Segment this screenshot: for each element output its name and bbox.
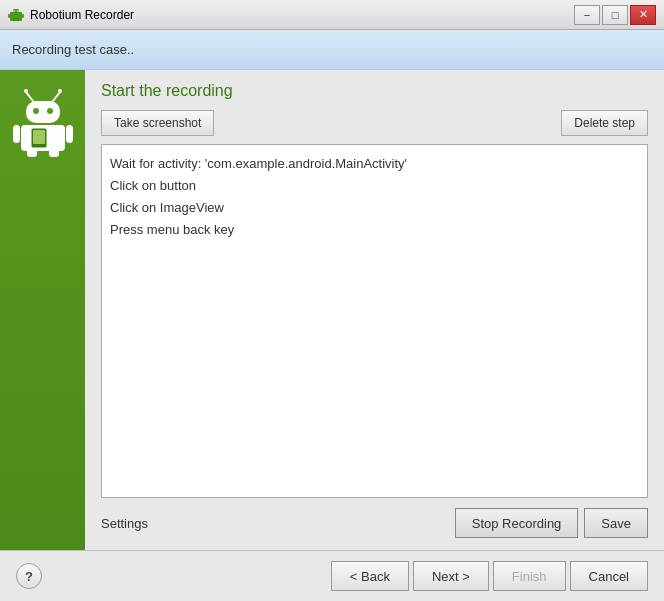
svg-rect-17 xyxy=(66,125,73,143)
svg-point-9 xyxy=(24,89,28,93)
svg-point-3 xyxy=(17,10,19,12)
svg-rect-5 xyxy=(22,14,24,18)
app-icon xyxy=(8,7,24,23)
svg-point-2 xyxy=(13,10,15,12)
recording-line-4: Press menu back key xyxy=(110,219,639,241)
svg-rect-19 xyxy=(49,148,59,157)
stop-recording-button[interactable]: Stop Recording xyxy=(455,508,579,538)
content-area: Start the recording Take screenshot Dele… xyxy=(85,70,664,550)
svg-rect-16 xyxy=(13,125,20,143)
nav-left: ? xyxy=(16,563,42,589)
status-text: Recording test case.. xyxy=(12,42,134,57)
help-button[interactable]: ? xyxy=(16,563,42,589)
nav-bar: ? < Back Next > Finish Cancel xyxy=(0,550,664,601)
svg-rect-7 xyxy=(17,18,19,21)
svg-point-13 xyxy=(33,108,39,114)
recording-line-1: Wait for activity: 'com.example.android.… xyxy=(110,153,639,175)
title-bar: Robotium Recorder − □ ✕ xyxy=(0,0,664,30)
recording-line-2: Click on button xyxy=(110,175,639,197)
window-title: Robotium Recorder xyxy=(30,8,574,22)
minimize-button[interactable]: − xyxy=(574,5,600,25)
svg-rect-4 xyxy=(8,14,10,18)
svg-point-11 xyxy=(58,89,62,93)
svg-rect-21 xyxy=(33,130,45,144)
settings-label[interactable]: Settings xyxy=(101,516,148,531)
nav-buttons: < Back Next > Finish Cancel xyxy=(331,561,648,591)
section-title: Start the recording xyxy=(101,82,648,100)
close-button[interactable]: ✕ xyxy=(630,5,656,25)
svg-rect-6 xyxy=(13,18,15,21)
svg-rect-12 xyxy=(26,101,60,123)
action-buttons: Stop Recording Save xyxy=(455,508,648,538)
take-screenshot-button[interactable]: Take screenshot xyxy=(101,110,214,136)
robot-icon-container xyxy=(8,82,78,162)
recording-line-3: Click on ImageView xyxy=(110,197,639,219)
svg-point-14 xyxy=(47,108,53,114)
maximize-button[interactable]: □ xyxy=(602,5,628,25)
status-bar: Recording test case.. xyxy=(0,30,664,70)
back-button[interactable]: < Back xyxy=(331,561,409,591)
svg-line-10 xyxy=(53,92,60,101)
save-button[interactable]: Save xyxy=(584,508,648,538)
recording-area: Wait for activity: 'com.example.android.… xyxy=(101,144,648,498)
delete-step-button[interactable]: Delete step xyxy=(561,110,648,136)
svg-rect-18 xyxy=(27,148,37,157)
action-row: Settings Stop Recording Save xyxy=(101,508,648,538)
svg-line-8 xyxy=(26,92,33,101)
finish-button[interactable]: Finish xyxy=(493,561,566,591)
window-controls: − □ ✕ xyxy=(574,5,656,25)
toolbar-row: Take screenshot Delete step xyxy=(101,110,648,136)
next-button[interactable]: Next > xyxy=(413,561,489,591)
android-robot-icon xyxy=(13,87,73,157)
cancel-button[interactable]: Cancel xyxy=(570,561,648,591)
sidebar xyxy=(0,70,85,550)
main-area: Start the recording Take screenshot Dele… xyxy=(0,70,664,550)
